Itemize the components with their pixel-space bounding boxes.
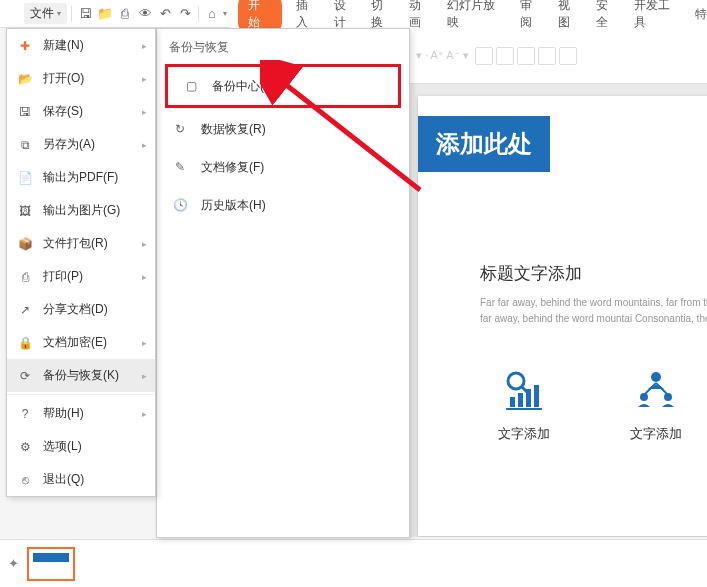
menu-item-label: 输出为PDF(F) <box>43 169 118 186</box>
tab-special[interactable]: 特 <box>695 6 707 23</box>
file-label: 文件 <box>30 5 54 22</box>
undo-icon[interactable]: ↶ <box>156 5 174 23</box>
submenu-label: 数据恢复(R) <box>201 121 266 138</box>
slide-icon-row: 文字添加 文字添加 <box>498 367 707 443</box>
submenu-item-doc-repair[interactable]: ✎ 文档修复(F) <box>157 148 409 186</box>
submenu-item-backup-center[interactable]: ▢ 备份中心(K)... <box>168 67 398 105</box>
pdf-icon: 📄 <box>17 170 33 186</box>
menu-item-label: 选项(L) <box>43 438 82 455</box>
submenu-title: 备份与恢复 <box>157 29 409 62</box>
tab-slideshow[interactable]: 幻灯片放映 <box>447 0 506 31</box>
file-menu-item-exit[interactable]: ⎋退出(Q) <box>7 463 155 496</box>
svg-point-1 <box>508 373 524 389</box>
file-menu-item-print[interactable]: ⎙打印(P)▸ <box>7 260 155 293</box>
tab-animation[interactable]: 动画 <box>409 0 433 31</box>
svg-rect-3 <box>510 397 515 407</box>
help-icon: ? <box>17 406 33 422</box>
menu-item-label: 分享文档(D) <box>43 301 108 318</box>
chevron-right-icon: ▸ <box>142 107 147 117</box>
tab-insert[interactable]: 插入 <box>296 0 320 31</box>
file-menu-item-save[interactable]: 🖫保存(S)▸ <box>7 95 155 128</box>
icon-cell-2: 文字添加 <box>630 367 682 443</box>
bar-chart-icon <box>502 367 546 411</box>
home-icon[interactable]: ⌂ <box>203 5 221 23</box>
preview-icon[interactable]: 👁 <box>136 5 154 23</box>
submenu-label: 备份中心(K)... <box>212 78 286 95</box>
align-right-icon[interactable] <box>517 47 535 65</box>
slide[interactable]: 添加此处 标题文字添加 Far far away, behind the wor… <box>418 96 707 536</box>
file-menu-item-image[interactable]: 🖼输出为图片(G) <box>7 194 155 227</box>
file-menu-item-saveas[interactable]: ⧉另存为(A)▸ <box>7 128 155 161</box>
ribbon-placeholder: ▾ · A⁺ A⁻ ▾ <box>416 49 469 62</box>
options-icon: ⚙ <box>17 439 33 455</box>
align-left-icon[interactable] <box>475 47 493 65</box>
svg-rect-4 <box>518 393 523 407</box>
file-menu-item-new[interactable]: ✚新建(N)▸ <box>7 29 155 62</box>
file-menu-item-pdf[interactable]: 📄输出为PDF(F) <box>7 161 155 194</box>
submenu-item-history[interactable]: 🕓 历史版本(H) <box>157 186 409 224</box>
align-center-icon[interactable] <box>496 47 514 65</box>
slide-thumbnail[interactable] <box>27 547 75 581</box>
menu-item-label: 文档加密(E) <box>43 334 107 351</box>
slide-body-text: Far far away, behind the word mountains,… <box>480 295 707 327</box>
file-menu-item-encrypt[interactable]: 🔒文档加密(E)▸ <box>7 326 155 359</box>
separator <box>198 6 199 22</box>
chevron-right-icon: ▸ <box>142 409 147 419</box>
save-icon[interactable]: 🖫 <box>76 5 94 23</box>
folder-icon[interactable]: 📁 <box>96 5 114 23</box>
print-icon[interactable]: ⎙ <box>116 5 134 23</box>
menu-icon[interactable] <box>4 5 22 23</box>
tab-view[interactable]: 视图 <box>558 0 582 31</box>
menu-item-label: 文件打包(R) <box>43 235 108 252</box>
tab-devtools[interactable]: 开发工具 <box>634 0 682 31</box>
repair-icon: ✎ <box>171 158 189 176</box>
file-menu-item-backup[interactable]: ⟳备份与恢复(K)▸ <box>7 359 155 392</box>
save-icon: 🖫 <box>17 104 33 120</box>
new-icon: ✚ <box>17 38 33 54</box>
file-menu-item-open[interactable]: 📂打开(O)▸ <box>7 62 155 95</box>
svg-rect-5 <box>526 389 531 407</box>
svg-point-8 <box>651 372 661 382</box>
file-menu-item-share[interactable]: ↗分享文档(D) <box>7 293 155 326</box>
backup-icon: ⟳ <box>17 368 33 384</box>
menu-item-label: 另存为(A) <box>43 136 95 153</box>
file-menu-button[interactable]: 文件 ▾ <box>24 3 67 24</box>
file-menu-item-pack[interactable]: 📦文件打包(R)▸ <box>7 227 155 260</box>
file-menu-dropdown: ✚新建(N)▸📂打开(O)▸🖫保存(S)▸⧉另存为(A)▸📄输出为PDF(F)🖼… <box>6 28 156 497</box>
saveas-icon: ⧉ <box>17 137 33 153</box>
separator <box>71 6 72 22</box>
menu-item-label: 新建(N) <box>43 37 84 54</box>
thumbnail-strip: ✦ <box>0 539 707 587</box>
submenu-label: 文档修复(F) <box>201 159 264 176</box>
tab-security[interactable]: 安全 <box>596 0 620 31</box>
share-icon: ↗ <box>17 302 33 318</box>
chevron-right-icon: ▸ <box>142 338 147 348</box>
redo-icon[interactable]: ↷ <box>176 5 194 23</box>
file-menu-item-help[interactable]: ?帮助(H)▸ <box>7 397 155 430</box>
ribbon-toolbar: ▾ · A⁺ A⁻ ▾ <box>410 28 707 84</box>
submenu-item-data-recovery[interactable]: ↻ 数据恢复(R) <box>157 110 409 148</box>
tab-design[interactable]: 设计 <box>334 0 358 31</box>
tab-transition[interactable]: 切换 <box>371 0 395 31</box>
file-menu-item-options[interactable]: ⚙选项(L) <box>7 430 155 463</box>
icon-label-1: 文字添加 <box>498 425 550 443</box>
people-network-icon <box>634 367 678 411</box>
chevron-right-icon: ▸ <box>142 239 147 249</box>
icon-label-2: 文字添加 <box>630 425 682 443</box>
submenu-label: 历史版本(H) <box>201 197 266 214</box>
svg-rect-6 <box>534 385 539 407</box>
chevron-right-icon: ▸ <box>142 272 147 282</box>
list-icon[interactable] <box>538 47 556 65</box>
pack-icon: 📦 <box>17 236 33 252</box>
exit-icon: ⎋ <box>17 472 33 488</box>
sparkle-icon[interactable]: ✦ <box>8 556 19 571</box>
menu-item-label: 输出为图片(G) <box>43 202 120 219</box>
icon-cell-1: 文字添加 <box>498 367 550 443</box>
backup-center-icon: ▢ <box>182 77 200 95</box>
menu-item-label: 保存(S) <box>43 103 83 120</box>
open-icon: 📂 <box>17 71 33 87</box>
indent-icon[interactable] <box>559 47 577 65</box>
recovery-icon: ↻ <box>171 120 189 138</box>
chevron-right-icon: ▸ <box>142 371 147 381</box>
tab-review[interactable]: 审阅 <box>520 0 544 31</box>
